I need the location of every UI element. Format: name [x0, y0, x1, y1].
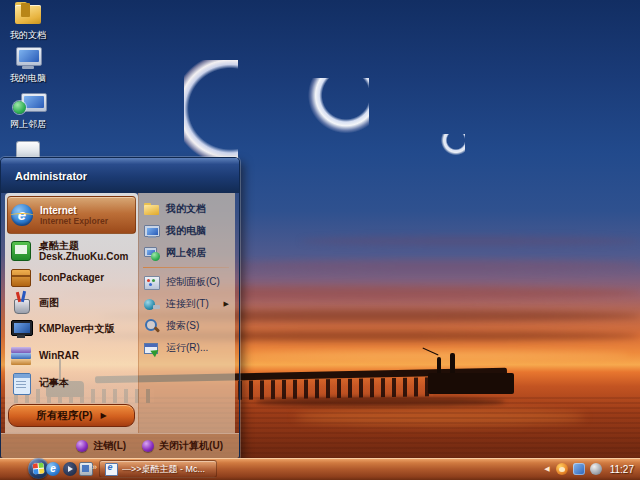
menu-item-label: IconPackager — [39, 272, 104, 283]
start-menu-footer: 注销(L) 关闭计算机(U) — [1, 433, 239, 458]
person-silhouette — [450, 353, 455, 373]
my-computer-icon — [143, 222, 161, 240]
my-documents-icon — [13, 2, 43, 28]
menu-item-winrar[interactable]: WinRAR — [7, 342, 136, 369]
shut-down-label: 关闭计算机(U) — [159, 439, 223, 453]
menu-item-label: 搜索(S) — [166, 319, 199, 333]
start-menu-body: e Internet Internet Explorer 桌酷主题 Desk.Z… — [1, 193, 239, 433]
iconpackager-icon — [9, 266, 33, 290]
cloud-streak — [300, 236, 640, 246]
menu-item-label: 我的电脑 — [166, 224, 206, 238]
crescent-moon-small — [441, 134, 465, 158]
desktop-icon-my-documents[interactable]: 我的文档 — [0, 2, 56, 40]
all-programs-label: 所有程序(P) — [36, 409, 92, 423]
desktop-icon-partial[interactable] — [16, 141, 40, 158]
crescent-moon-large — [184, 60, 238, 166]
connect-to-icon — [143, 295, 161, 313]
menu-item-internet[interactable]: e Internet Internet Explorer — [7, 196, 136, 234]
menu-item-run[interactable]: 运行(R)... — [143, 337, 233, 359]
notepad-icon — [9, 371, 33, 395]
menu-item-network-places[interactable]: 网上邻居 — [143, 242, 233, 264]
tray-collapse-chevron-icon[interactable]: ◀ — [544, 465, 549, 473]
menu-item-sublabel: Internet Explorer — [40, 216, 108, 226]
tray-network-icon[interactable] — [573, 463, 585, 475]
menu-spacer — [7, 396, 136, 402]
menu-item-notepad[interactable]: 记事本 — [7, 369, 136, 396]
start-menu: Administrator e Internet Internet Explor… — [0, 157, 240, 459]
menu-item-label: Internet — [40, 205, 108, 216]
tray-messenger-icon[interactable] — [556, 463, 568, 475]
menu-item-label: 画图 — [39, 297, 59, 308]
menu-item-label: WinRAR — [39, 350, 79, 361]
menu-item-label: 桌酷主题 — [39, 240, 128, 251]
menu-item-kmplayer[interactable]: KMPlayer中文版 — [7, 315, 136, 342]
quicklaunch-internet-explorer-icon[interactable]: e — [46, 462, 60, 476]
crescent-moon-medium — [305, 78, 369, 140]
zhuoku-theme-icon — [9, 239, 33, 263]
log-off-label: 注销(L) — [93, 439, 126, 453]
kmplayer-icon — [9, 317, 33, 341]
shut-down-button[interactable]: 关闭计算机(U) — [142, 439, 223, 453]
desktop-icon-label: 网上邻居 — [0, 119, 56, 129]
menu-item-my-computer[interactable]: 我的电脑 — [143, 220, 233, 242]
paint-icon — [9, 291, 33, 315]
pier-end-silhouette — [428, 373, 514, 394]
search-icon — [143, 317, 161, 335]
taskbar-window-button[interactable]: —>>桌酷主题 - Mc... — [99, 460, 217, 478]
menu-item-label: 我的文档 — [166, 202, 206, 216]
submenu-arrow-icon: ▶ — [100, 411, 106, 420]
submenu-arrow-icon: ▶ — [224, 300, 233, 308]
menu-item-label: 运行(R)... — [166, 341, 208, 355]
internet-explorer-icon: e — [10, 203, 34, 227]
desktop-icon-my-computer[interactable]: 我的电脑 — [0, 45, 56, 83]
network-places-icon — [143, 244, 161, 262]
browser-page-icon — [105, 463, 118, 476]
person-silhouette — [437, 357, 441, 373]
start-menu-right-column: 我的文档 我的电脑 网上邻居 控制面板(C) 连接到(T) — [138, 193, 235, 433]
quicklaunch-show-desktop-icon[interactable] — [79, 462, 93, 476]
desktop-screen: 我的文档 我的电脑 网上邻居 Administrator e Internet … — [0, 0, 640, 480]
menu-item-connect-to[interactable]: 连接到(T) ▶ — [143, 293, 233, 315]
winrar-icon — [9, 344, 33, 368]
desktop-icon-label: 我的文档 — [0, 30, 56, 40]
taskbar-clock: 11:27 — [610, 464, 634, 475]
start-menu-left-column: e Internet Internet Explorer 桌酷主题 Desk.Z… — [5, 193, 138, 433]
network-places-icon — [13, 91, 43, 117]
menu-item-label: 控制面板(C) — [166, 275, 220, 289]
menu-item-my-documents[interactable]: 我的文档 — [143, 198, 233, 220]
menu-item-label: KMPlayer中文版 — [39, 323, 115, 334]
menu-item-control-panel[interactable]: 控制面板(C) — [143, 271, 233, 293]
user-name: Administrator — [15, 170, 87, 182]
tray-volume-icon[interactable] — [590, 463, 602, 475]
run-icon — [143, 339, 161, 357]
log-off-button[interactable]: 注销(L) — [76, 439, 126, 453]
cloud-streak — [240, 260, 640, 272]
menu-item-label: 记事本 — [39, 377, 69, 388]
menu-item-search[interactable]: 搜索(S) — [143, 315, 233, 337]
all-programs-button[interactable]: 所有程序(P) ▶ — [8, 404, 135, 427]
quicklaunch-media-player-icon[interactable] — [63, 462, 77, 476]
menu-item-zhuoku-theme[interactable]: 桌酷主题 Desk.ZhuoKu.Com — [7, 236, 136, 265]
start-menu-header: Administrator — [1, 158, 239, 193]
desktop-icon-network-places[interactable]: 网上邻居 — [0, 91, 56, 129]
menu-item-label: 网上邻居 — [166, 246, 206, 260]
log-off-icon — [76, 440, 88, 452]
menu-item-paint[interactable]: 画图 — [7, 290, 136, 315]
menu-separator — [143, 267, 229, 268]
menu-item-label: 连接到(T) — [166, 297, 209, 311]
shut-down-icon — [142, 440, 154, 452]
menu-item-sublabel: Desk.ZhuoKu.Com — [39, 251, 128, 262]
my-computer-icon — [13, 45, 43, 71]
desktop-icon-label: 我的电脑 — [0, 73, 56, 83]
my-documents-icon — [143, 200, 161, 218]
windows-logo-icon — [32, 462, 44, 474]
taskbar-window-title: —>>桌酷主题 - Mc... — [122, 463, 205, 476]
quicklaunch-overflow-chevron-icon[interactable]: » — [92, 462, 97, 472]
taskbar: e » —>>桌酷主题 - Mc... ◀ 11:27 — [0, 458, 640, 480]
control-panel-icon — [143, 273, 161, 291]
system-tray: ◀ 11:27 — [544, 458, 640, 480]
menu-item-iconpackager[interactable]: IconPackager — [7, 265, 136, 290]
